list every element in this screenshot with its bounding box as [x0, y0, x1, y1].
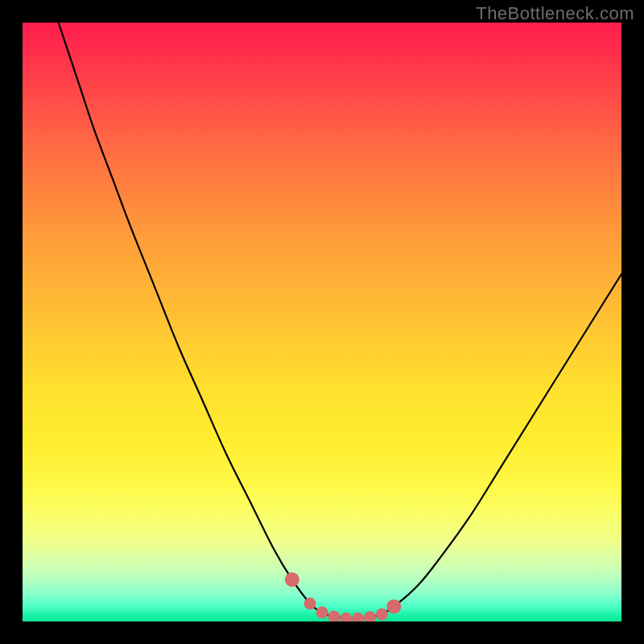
chart-frame: TheBottleneck.com — [0, 0, 644, 644]
optimum-marker — [340, 613, 352, 621]
optimum-markers — [285, 572, 401, 621]
plot-area — [23, 23, 621, 621]
optimum-marker — [304, 597, 316, 609]
bottleneck-curve — [59, 23, 621, 619]
optimum-marker — [364, 611, 376, 621]
watermark-text: TheBottleneck.com — [476, 3, 634, 24]
optimum-marker — [285, 572, 299, 587]
optimum-marker — [316, 606, 328, 618]
optimum-marker — [376, 609, 388, 621]
optimum-marker — [386, 599, 401, 613]
optimum-marker — [328, 611, 340, 621]
optimum-marker — [352, 613, 364, 621]
curve-svg — [23, 23, 621, 621]
